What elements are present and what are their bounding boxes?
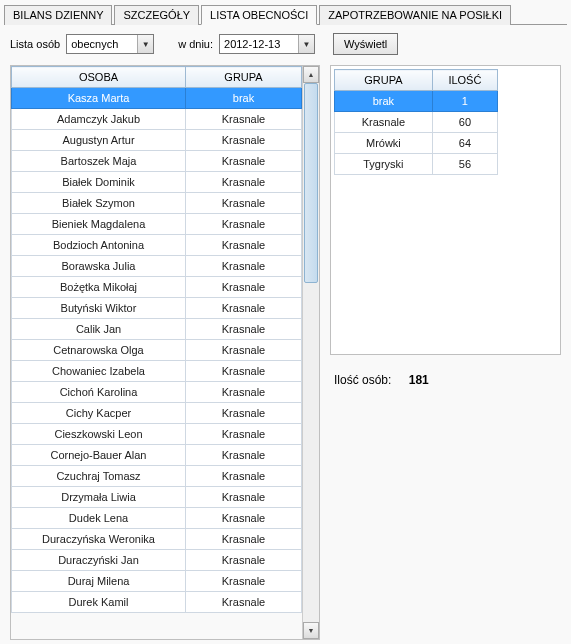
date-input[interactable] <box>220 38 298 50</box>
cell-group: brak <box>186 88 302 109</box>
cell-name: Cornejo-Bauer Alan <box>12 445 186 466</box>
table-row[interactable]: Dudek LenaKrasnale <box>12 508 302 529</box>
table-row[interactable]: Durek KamilKrasnale <box>12 592 302 613</box>
cell-name: Adamczyk Jakub <box>12 109 186 130</box>
table-row[interactable]: Cornejo-Bauer AlanKrasnale <box>12 445 302 466</box>
table-row[interactable]: brak1 <box>335 91 498 112</box>
table-row[interactable]: Bartoszek MajaKrasnale <box>12 151 302 172</box>
chevron-down-icon[interactable]: ▼ <box>298 35 314 53</box>
scroll-up-icon[interactable]: ▲ <box>303 66 319 83</box>
cell-group: Krasnale <box>186 172 302 193</box>
table-row[interactable]: Czuchraj TomaszKrasnale <box>12 466 302 487</box>
table-row[interactable]: Bieniek MagdalenaKrasnale <box>12 214 302 235</box>
day-label: w dniu: <box>178 38 213 50</box>
cell-name: Cichoń Karolina <box>12 382 186 403</box>
scroll-down-icon[interactable]: ▼ <box>303 622 319 639</box>
cell-name: Bieniek Magdalena <box>12 214 186 235</box>
cell-group: Krasnale <box>186 403 302 424</box>
cell-name: Dudek Lena <box>12 508 186 529</box>
people-table[interactable]: OSOBA GRUPA Kasza MartabrakAdamczyk Jaku… <box>11 66 302 613</box>
tab-zapotrzebowanie[interactable]: ZAPOTRZEBOWANIE NA POSIŁKI <box>319 5 511 25</box>
table-row[interactable]: Cetnarowska OlgaKrasnale <box>12 340 302 361</box>
table-row[interactable]: Białek SzymonKrasnale <box>12 193 302 214</box>
table-row[interactable]: Chowaniec IzabelaKrasnale <box>12 361 302 382</box>
cell-group: Krasnale <box>186 571 302 592</box>
cell-name: Butyński Wiktor <box>12 298 186 319</box>
cell-group: Krasnale <box>186 130 302 151</box>
tab-szczegoly[interactable]: SZCZEGÓŁY <box>114 5 199 25</box>
cell-name: Kasza Marta <box>12 88 186 109</box>
table-row[interactable]: Adamczyk JakubKrasnale <box>12 109 302 130</box>
cell-count: 56 <box>432 154 497 175</box>
cell-group: Krasnale <box>335 112 433 133</box>
cell-name: Czuchraj Tomasz <box>12 466 186 487</box>
cell-name: Duraczyński Jan <box>12 550 186 571</box>
table-row[interactable]: Duraj MilenaKrasnale <box>12 571 302 592</box>
cell-group: Krasnale <box>186 466 302 487</box>
table-row[interactable]: Cichy KacperKrasnale <box>12 403 302 424</box>
table-row[interactable]: Cichoń KarolinaKrasnale <box>12 382 302 403</box>
table-row[interactable]: Bożętka MikołajKrasnale <box>12 277 302 298</box>
people-panel: OSOBA GRUPA Kasza MartabrakAdamczyk Jaku… <box>10 65 320 640</box>
cell-group: Krasnale <box>186 319 302 340</box>
cell-group: Krasnale <box>186 424 302 445</box>
cell-name: Bodzioch Antonina <box>12 235 186 256</box>
cell-group: Krasnale <box>186 214 302 235</box>
table-row[interactable]: Butyński WiktorKrasnale <box>12 298 302 319</box>
cell-name: Cichy Kacper <box>12 403 186 424</box>
cell-group: brak <box>335 91 433 112</box>
table-row[interactable]: Calik JanKrasnale <box>12 319 302 340</box>
table-row[interactable]: Duraczyńska WeronikaKrasnale <box>12 529 302 550</box>
cell-group: Krasnale <box>186 151 302 172</box>
table-row[interactable]: Drzymała LiwiaKrasnale <box>12 487 302 508</box>
cell-name: Borawska Julia <box>12 256 186 277</box>
cell-group: Krasnale <box>186 109 302 130</box>
cell-group: Krasnale <box>186 277 302 298</box>
cell-name: Cieszkowski Leon <box>12 424 186 445</box>
col-grupa[interactable]: GRUPA <box>335 70 433 91</box>
table-row[interactable]: Bodzioch AntoninaKrasnale <box>12 235 302 256</box>
cell-group: Krasnale <box>186 361 302 382</box>
table-row[interactable]: Tygryski56 <box>335 154 498 175</box>
cell-count: 60 <box>432 112 497 133</box>
table-row[interactable]: Cieszkowski LeonKrasnale <box>12 424 302 445</box>
col-ilosc[interactable]: ILOŚĆ <box>432 70 497 91</box>
tab-bar: BILANS DZIENNY SZCZEGÓŁY LISTA OBECNOŚCI… <box>4 4 567 25</box>
scrollbar[interactable]: ▲ ▼ <box>302 66 319 639</box>
list-type-input[interactable] <box>67 38 137 50</box>
tab-bilans-dzienny[interactable]: BILANS DZIENNY <box>4 5 112 25</box>
cell-name: Bożętka Mikołaj <box>12 277 186 298</box>
col-grupa[interactable]: GRUPA <box>186 67 302 88</box>
tab-lista-obecnosci[interactable]: LISTA OBECNOŚCI <box>201 5 317 25</box>
cell-group: Krasnale <box>186 340 302 361</box>
table-row[interactable]: Krasnale60 <box>335 112 498 133</box>
scroll-thumb[interactable] <box>304 83 318 283</box>
table-row[interactable]: Duraczyński JanKrasnale <box>12 550 302 571</box>
table-row[interactable]: Borawska JuliaKrasnale <box>12 256 302 277</box>
table-row[interactable]: Mrówki64 <box>335 133 498 154</box>
cell-group: Krasnale <box>186 529 302 550</box>
count-value: 181 <box>409 373 429 387</box>
cell-name: Białek Dominik <box>12 172 186 193</box>
summary-panel: GRUPA ILOŚĆ brak1Krasnale60Mrówki64Tygry… <box>330 65 561 355</box>
count-line: Ilość osób: 181 <box>330 373 561 387</box>
table-row[interactable]: Augustyn ArturKrasnale <box>12 130 302 151</box>
cell-group: Tygryski <box>335 154 433 175</box>
cell-group: Krasnale <box>186 256 302 277</box>
list-type-combo[interactable]: ▼ <box>66 34 154 54</box>
table-row[interactable]: Białek DominikKrasnale <box>12 172 302 193</box>
cell-group: Krasnale <box>186 382 302 403</box>
show-button[interactable]: Wyświetl <box>333 33 398 55</box>
cell-group: Krasnale <box>186 445 302 466</box>
cell-group: Mrówki <box>335 133 433 154</box>
cell-count: 1 <box>432 91 497 112</box>
date-combo[interactable]: ▼ <box>219 34 315 54</box>
cell-count: 64 <box>432 133 497 154</box>
cell-group: Krasnale <box>186 193 302 214</box>
col-osoba[interactable]: OSOBA <box>12 67 186 88</box>
summary-table[interactable]: GRUPA ILOŚĆ brak1Krasnale60Mrówki64Tygry… <box>334 69 498 175</box>
chevron-down-icon[interactable]: ▼ <box>137 35 153 53</box>
count-label: Ilość osób: <box>334 373 391 387</box>
cell-group: Krasnale <box>186 235 302 256</box>
table-row[interactable]: Kasza Martabrak <box>12 88 302 109</box>
